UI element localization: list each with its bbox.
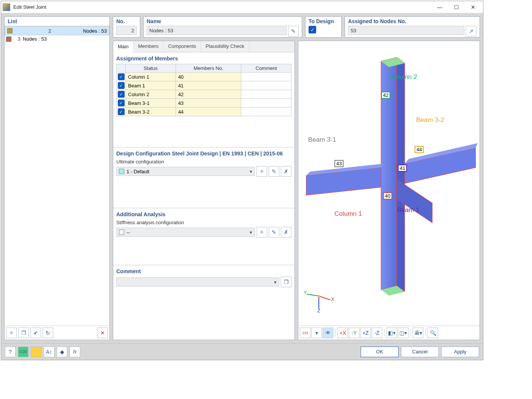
- maximize-button[interactable]: ☐: [448, 2, 465, 13]
- apply-button[interactable]: Apply: [441, 347, 479, 357]
- view-minus-y-button[interactable]: -Y: [349, 328, 359, 338]
- view-minus-z-button[interactable]: -Z: [372, 328, 382, 338]
- svg-marker-1: [397, 57, 405, 292]
- list-item[interactable]: 2 Nodes : 53: [5, 26, 109, 35]
- no-input[interactable]: 2: [116, 26, 137, 35]
- node-40: 40: [383, 192, 392, 200]
- svg-line-9: [319, 296, 330, 300]
- view-more-button[interactable]: ▾: [311, 328, 322, 338]
- table-row[interactable]: ✓ Beam 1 41: [117, 81, 291, 90]
- additional-section: Additional Analysis Stiffness analysis c…: [113, 208, 294, 265]
- chevron-down-icon: ▾: [250, 169, 252, 174]
- edit-name-button[interactable]: ✎: [288, 26, 299, 36]
- comment-input[interactable]: ▾: [116, 277, 279, 287]
- close-button[interactable]: ✕: [465, 2, 481, 13]
- cancel-button[interactable]: Cancel: [401, 347, 439, 357]
- tab-components[interactable]: Components: [163, 41, 201, 52]
- tab-main[interactable]: Main: [113, 41, 133, 52]
- delete-stiffness-button[interactable]: ✗: [281, 227, 291, 238]
- 3d-view[interactable]: Column 2 Column 1 Beam 1 Beam 3-1 Beam 3…: [298, 41, 480, 326]
- new-config-button[interactable]: ✧: [256, 166, 267, 177]
- ultimate-select[interactable]: 1 - Default ▾: [116, 167, 255, 176]
- zoom-reset-button[interactable]: 🔍: [428, 328, 438, 338]
- color-button[interactable]: [31, 347, 41, 357]
- window-title: Edit Steel Joint: [13, 4, 431, 10]
- view-plus-z-button[interactable]: +Z: [360, 328, 371, 338]
- no-label: No.: [116, 18, 137, 24]
- name-label: Name: [147, 18, 299, 24]
- check-button[interactable]: ✔: [30, 328, 41, 338]
- viewer-panel: Column 2 Column 1 Beam 1 Beam 3-1 Beam 3…: [298, 41, 480, 340]
- name-input[interactable]: Nodes : 53: [147, 26, 287, 35]
- label-beam-1: Beam 1: [397, 206, 420, 214]
- dialog-window: Edit Steel Joint — ☐ ✕ List 2 Nodes : 53…: [1, 1, 483, 360]
- color-swatch: [119, 230, 124, 235]
- units-button[interactable]: 0,00: [18, 347, 28, 357]
- edit-stiffness-button[interactable]: ✎: [269, 227, 279, 238]
- assigned-input[interactable]: 53: [348, 26, 464, 35]
- node-43: 43: [334, 160, 344, 167]
- to-design-checkbox[interactable]: ✓: [309, 26, 316, 33]
- list-toolbar: ✧ ❐ ✔ ↻ ✕: [5, 326, 109, 340]
- theme-button[interactable]: ◆: [57, 347, 67, 357]
- row-checkbox[interactable]: ✓: [118, 73, 125, 80]
- stiffness-select[interactable]: -- ▾: [116, 228, 255, 237]
- row-checkbox[interactable]: ✓: [118, 108, 125, 115]
- tab-members[interactable]: Members: [133, 41, 163, 52]
- members-table: Status Members No. Comment ✓ Column 1 40: [116, 64, 291, 116]
- node-42: 42: [381, 92, 390, 99]
- assigned-card: Assigned to Nodes No. 53 ↗: [345, 16, 480, 38]
- view-display-button[interactable]: ◧▾: [386, 328, 397, 338]
- view-plus-x-button[interactable]: +X: [337, 328, 348, 338]
- copy-item-button[interactable]: ❐: [18, 328, 29, 338]
- check-cycle-button[interactable]: ↻: [43, 328, 53, 338]
- color-swatch: [119, 169, 124, 174]
- no-card: No. 2: [113, 16, 140, 38]
- view-cube-button[interactable]: ◫▾: [398, 328, 408, 338]
- 3d-scene: [298, 41, 480, 326]
- ok-button[interactable]: OK: [361, 347, 399, 357]
- axis-gizmo: X Y Z: [304, 287, 334, 314]
- list-item[interactable]: 3 Nodes : 53: [5, 35, 109, 43]
- dialog-body: List 2 Nodes : 53 3 Nodes : 53 ✧ ❐ ✔ ↻: [1, 13, 483, 343]
- node-41: 41: [398, 165, 407, 172]
- assignment-section: Assignment of Members Status Members No.…: [113, 52, 294, 147]
- svg-line-10: [307, 294, 319, 296]
- form-column: Main Members Components Plausibility Che…: [113, 41, 295, 340]
- comment-section: Comment ▾ ❐: [113, 265, 294, 290]
- to-design-label: To Design: [309, 18, 338, 24]
- table-row[interactable]: ✓ Beam 3-2 44: [117, 108, 291, 116]
- row-checkbox[interactable]: ✓: [118, 91, 125, 98]
- row-checkbox[interactable]: ✓: [118, 100, 125, 106]
- node-44: 44: [415, 146, 424, 153]
- table-row[interactable]: ✓ Column 2 42: [117, 90, 291, 99]
- delete-button[interactable]: ✕: [97, 328, 108, 338]
- view-numbers-button[interactable]: 123: [300, 328, 310, 338]
- comment-library-button[interactable]: ❐: [281, 277, 291, 287]
- list-index: 3: [14, 36, 21, 42]
- ultimate-label: Ultimate configuration: [116, 159, 291, 165]
- app-icon: [3, 3, 10, 11]
- pick-nodes-button[interactable]: ↗: [466, 26, 477, 36]
- help-button[interactable]: ?: [5, 347, 16, 357]
- col-members: Members No.: [176, 64, 241, 73]
- stiffness-label: Stiffness analysis configuration: [116, 220, 291, 225]
- table-row[interactable]: ✓ Beam 3-1 43: [117, 99, 291, 108]
- delete-config-button[interactable]: ✗: [281, 166, 291, 177]
- label-beam-3-2: Beam 3-2: [416, 116, 444, 124]
- edit-config-button[interactable]: ✎: [269, 166, 279, 177]
- print-button[interactable]: 🖶▾: [413, 328, 423, 338]
- titlebar: Edit Steel Joint — ☐ ✕: [1, 1, 483, 13]
- row-checkbox[interactable]: ✓: [118, 82, 125, 89]
- main-row: Main Members Components Plausibility Che…: [113, 41, 480, 340]
- list-panel: List 2 Nodes : 53 3 Nodes : 53 ✧ ❐ ✔ ↻: [4, 16, 110, 340]
- new-item-button[interactable]: ✧: [6, 328, 17, 338]
- fx-button[interactable]: fx: [70, 347, 80, 357]
- table-row[interactable]: ✓ Column 1 40: [117, 73, 291, 81]
- tab-plausibility[interactable]: Plausibility Check: [201, 41, 249, 52]
- new-stiffness-button[interactable]: ✧: [256, 227, 267, 238]
- view-eye-button[interactable]: 👁: [323, 328, 333, 338]
- minimize-button[interactable]: —: [431, 2, 448, 13]
- label-button[interactable]: A↕: [44, 347, 54, 357]
- list-label: Nodes : 53: [23, 36, 47, 42]
